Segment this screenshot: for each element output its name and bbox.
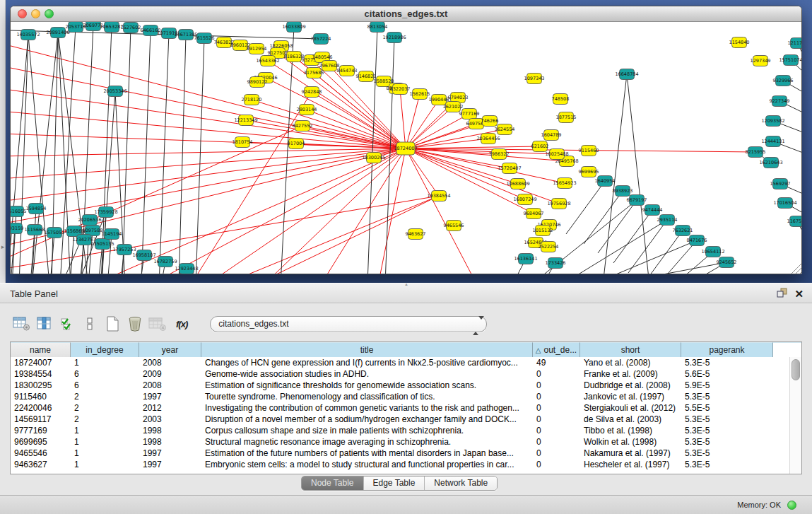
graph-node[interactable] — [776, 76, 791, 86]
column-header-short[interactable]: short — [580, 342, 681, 357]
graph-node[interactable] — [544, 130, 559, 141]
graph-node[interactable] — [314, 34, 329, 45]
graph-node[interactable] — [124, 23, 139, 33]
graph-node[interactable] — [553, 94, 568, 105]
column-header-title[interactable]: title — [201, 342, 533, 357]
graph-node[interactable] — [719, 257, 734, 268]
graph-node[interactable] — [511, 179, 526, 189]
graph-node[interactable] — [502, 163, 517, 174]
graph-node[interactable] — [533, 141, 548, 152]
table-row[interactable]: 1456911722003Disruption of a novel membe… — [11, 414, 789, 425]
graph-node[interactable] — [773, 179, 788, 189]
table-row[interactable]: 946554611997Estimation of the future num… — [11, 448, 789, 459]
graph-node-hub[interactable] — [396, 142, 415, 155]
graph-node[interactable] — [86, 22, 101, 31]
graph-node[interactable] — [162, 28, 177, 39]
canvas-resize-grip[interactable] — [791, 263, 802, 274]
graph-node[interactable] — [359, 71, 374, 82]
graph-node[interactable] — [250, 77, 265, 88]
table-settings-icon[interactable] — [12, 315, 31, 332]
graph-node[interactable] — [99, 207, 114, 218]
graph-node[interactable] — [481, 134, 496, 144]
graph-node[interactable] — [483, 116, 498, 127]
graph-node[interactable] — [764, 158, 779, 168]
graph-node[interactable] — [559, 112, 574, 123]
graph-node[interactable] — [645, 205, 660, 216]
graph-node[interactable] — [598, 176, 613, 187]
graph-node[interactable] — [784, 55, 799, 66]
graph-node[interactable] — [261, 56, 276, 66]
graph-node[interactable] — [29, 204, 44, 214]
graph-node[interactable] — [137, 250, 152, 261]
table-row[interactable]: 2242004622012Investigating the contribut… — [11, 402, 789, 414]
graph-node[interactable] — [158, 257, 173, 267]
graph-node[interactable] — [287, 22, 302, 33]
tab-network-table[interactable]: Network Table — [425, 477, 497, 490]
graph-node[interactable] — [552, 199, 567, 209]
graph-node[interactable] — [548, 258, 563, 269]
select-columns-icon[interactable] — [57, 315, 76, 332]
new-table-icon[interactable] — [102, 315, 122, 332]
graph-node[interactable] — [519, 254, 534, 264]
column-header-year[interactable]: year — [139, 342, 201, 357]
graph-node[interactable] — [732, 37, 747, 48]
graph-node[interactable] — [527, 74, 542, 84]
graph-node[interactable] — [447, 221, 461, 231]
graph-node[interactable] — [526, 209, 541, 219]
network-window-titlebar[interactable]: citations_edges.txt — [11, 6, 801, 22]
graph-node[interactable] — [77, 235, 92, 245]
tab-edge-table[interactable]: Edge Table — [364, 477, 425, 490]
graph-node[interactable] — [217, 37, 232, 48]
table-row[interactable]: 911546021997Tourette syndrome. Phenomeno… — [11, 391, 789, 402]
graph-node[interactable] — [518, 194, 533, 205]
network-canvas[interactable]: 1403557220891406205371920697711065328715… — [11, 22, 802, 274]
graph-node[interactable] — [367, 153, 382, 163]
graph-node[interactable] — [446, 102, 461, 112]
graph-node[interactable] — [295, 121, 310, 132]
splitter-handle[interactable]: ▲ — [403, 283, 410, 286]
graph-node[interactable] — [143, 25, 158, 36]
column-header-pagerank[interactable]: pagerank — [681, 342, 773, 357]
graph-node[interactable] — [630, 195, 645, 206]
graph-node[interactable] — [690, 235, 705, 246]
graph-node[interactable] — [413, 89, 428, 100]
graph-node[interactable] — [772, 96, 787, 107]
table-scrollbar[interactable] — [789, 357, 801, 474]
graph-node[interactable] — [105, 229, 119, 240]
graph-node[interactable] — [300, 105, 314, 115]
graph-node[interactable] — [492, 149, 507, 160]
graph-node[interactable] — [432, 95, 447, 105]
table-scrollbar-thumb[interactable] — [792, 359, 800, 380]
graph-node[interactable] — [582, 167, 596, 177]
graph-node[interactable] — [287, 52, 302, 62]
graph-node[interactable] — [83, 215, 98, 226]
graph-node[interactable] — [11, 206, 24, 217]
graph-node[interactable] — [408, 229, 423, 240]
graph-node[interactable] — [778, 198, 793, 209]
graph-node[interactable] — [676, 226, 690, 236]
graph-node[interactable] — [47, 228, 62, 238]
delete-table-trash-icon[interactable] — [125, 315, 144, 332]
graph-node[interactable] — [393, 84, 408, 95]
graph-node[interactable] — [305, 87, 319, 98]
graph-node[interactable] — [21, 30, 36, 40]
function-builder-icon[interactable]: f(x) — [176, 319, 187, 329]
graph-node[interactable] — [536, 226, 551, 236]
graph-node[interactable] — [462, 109, 477, 119]
memory-status-indicator[interactable] — [787, 501, 796, 510]
graph-node[interactable] — [235, 137, 250, 148]
column-header-out_de[interactable]: △out_de... — [533, 342, 580, 357]
table-row[interactable]: 1872400712008Changes of HCN gene express… — [11, 357, 789, 368]
graph-node[interactable] — [432, 191, 447, 201]
graph-node[interactable] — [370, 22, 385, 33]
graph-node[interactable] — [28, 225, 42, 235]
graph-node[interactable] — [11, 223, 23, 234]
graph-node[interactable] — [706, 247, 721, 257]
column-selector-icon[interactable] — [35, 315, 54, 332]
graph-node[interactable] — [249, 44, 264, 54]
graph-node[interactable] — [95, 239, 110, 250]
graph-node[interactable] — [69, 22, 83, 33]
graph-node[interactable] — [239, 115, 254, 126]
graph-node[interactable] — [766, 136, 781, 147]
graph-node[interactable] — [660, 215, 675, 226]
